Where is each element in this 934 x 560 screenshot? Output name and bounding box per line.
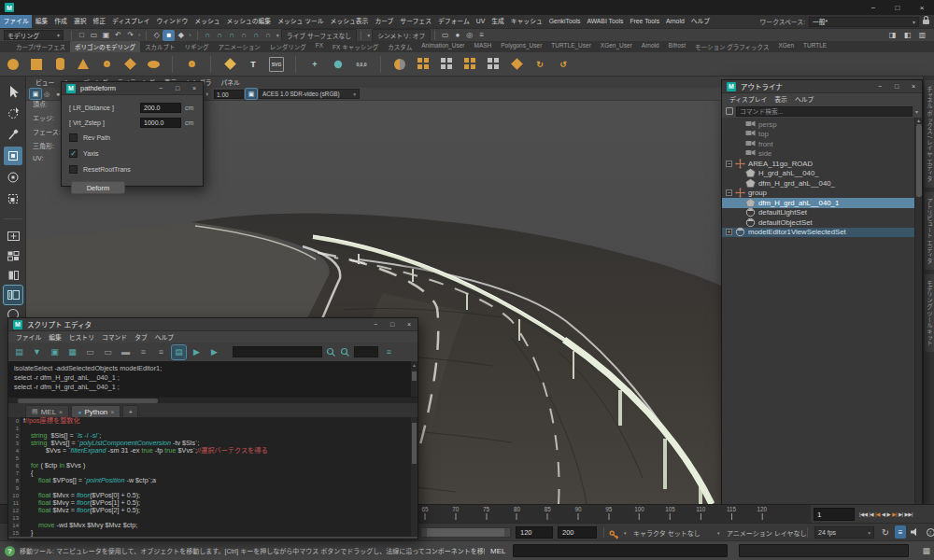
shelf-tab[interactable]: Arnold bbox=[637, 41, 664, 52]
menubar-item[interactable]: UV bbox=[473, 15, 488, 28]
menubar-item[interactable]: Free Tools bbox=[627, 15, 663, 28]
pathdeform-window[interactable]: M pathdeform − □ × [ LR_Distance ]200.0c… bbox=[61, 81, 204, 187]
filter-icon[interactable] bbox=[726, 107, 733, 115]
close-button[interactable]: × bbox=[401, 321, 417, 328]
command-line-mode-toggle[interactable]: MEL bbox=[490, 547, 505, 555]
shelf-tab[interactable]: アニメーション bbox=[214, 41, 265, 52]
menubar-item[interactable]: GenkiTools bbox=[545, 15, 584, 28]
suppress-output-icon[interactable]: ≡ bbox=[154, 345, 168, 359]
loop-mode-icon[interactable]: ↻ bbox=[880, 525, 891, 539]
script-editor-menu-item[interactable]: タブ bbox=[131, 332, 151, 342]
menubar-item[interactable]: ファイル bbox=[0, 15, 32, 28]
sound-icon[interactable] bbox=[910, 525, 921, 539]
menubar-item[interactable]: 選択 bbox=[70, 15, 90, 28]
scroll-thumb[interactable] bbox=[916, 124, 922, 197]
separate-icon[interactable] bbox=[439, 57, 454, 72]
outliner-item[interactable]: −group bbox=[722, 189, 922, 199]
maximize-button[interactable]: □ bbox=[888, 83, 905, 90]
clear-input-icon[interactable]: ▭ bbox=[83, 345, 97, 359]
shelf-tab[interactable]: カスタム bbox=[383, 41, 417, 52]
step-back-key-button[interactable]: |◀ bbox=[875, 511, 880, 517]
step-forward-key-button[interactable]: ▶| bbox=[892, 511, 897, 517]
goto-line-field[interactable] bbox=[354, 346, 378, 357]
outliner-item[interactable]: H_grd_ahL__040_ bbox=[722, 169, 922, 179]
script-editor-titlebar[interactable]: M スクリプト エディタ − □ × bbox=[8, 318, 417, 331]
checkbox[interactable]: ✓ bbox=[69, 149, 78, 158]
outliner-menu-item[interactable]: ヘルプ bbox=[791, 94, 817, 104]
menubar-item[interactable]: キャッシュ bbox=[507, 15, 545, 28]
character-set-selector[interactable]: キャラクタ セットなし bbox=[633, 528, 700, 538]
isolate-select-icon[interactable]: ▣ bbox=[30, 89, 41, 99]
range-slider-handle[interactable] bbox=[420, 527, 511, 538]
snap-point-icon[interactable]: ∩ bbox=[226, 30, 238, 41]
make-live-icon[interactable] bbox=[331, 57, 346, 72]
step-back-frame-button[interactable]: |◀ bbox=[869, 511, 873, 517]
shelf-tab[interactable]: モーション グラフィックス bbox=[690, 41, 773, 52]
select-component-icon[interactable]: ◆ bbox=[175, 30, 187, 41]
mirror-icon[interactable] bbox=[392, 57, 407, 72]
menubar-item[interactable]: サーフェス bbox=[397, 15, 435, 28]
layout-single-pane-button[interactable] bbox=[4, 227, 22, 245]
minimize-button[interactable]: − bbox=[367, 321, 384, 328]
poly-plane-icon[interactable] bbox=[122, 57, 137, 72]
move-tool[interactable] bbox=[4, 147, 22, 165]
construction-plane-icon[interactable]: + bbox=[307, 57, 322, 72]
viewport-menu-item[interactable]: ビュー bbox=[31, 77, 59, 87]
script-history-pane[interactable]: ▲ isolateSelect -addSelectedObjects mode… bbox=[8, 361, 417, 397]
new-scene-icon[interactable]: □ bbox=[76, 30, 88, 41]
pathdeform-titlebar[interactable]: M pathdeform − □ × bbox=[62, 82, 203, 95]
shelf-tab[interactable]: FX キャッシング bbox=[328, 41, 383, 52]
platonic-solid-icon[interactable] bbox=[184, 57, 199, 72]
outliner-item[interactable]: dfm_H_grd_ahL__040_ bbox=[722, 178, 922, 189]
live-surface-field[interactable]: ライブ サーフェスなし bbox=[281, 29, 357, 42]
execute-icon[interactable]: ▶ bbox=[190, 345, 204, 359]
command-input[interactable] bbox=[513, 544, 728, 557]
select-object-icon[interactable]: ■ bbox=[163, 30, 175, 41]
indent-settings-icon[interactable]: ≡ bbox=[382, 345, 396, 359]
poly-cylinder-icon[interactable] bbox=[52, 57, 67, 72]
anim-layer-selector[interactable]: アニメーション レイヤなし bbox=[727, 528, 806, 538]
shelf-tab[interactable]: TURTLE bbox=[799, 41, 831, 52]
smooth-icon[interactable] bbox=[486, 57, 501, 72]
search-input[interactable] bbox=[736, 106, 913, 117]
checkbox[interactable] bbox=[69, 165, 78, 174]
color-management-icon[interactable]: ▣ bbox=[246, 89, 257, 99]
grid-toggle-icon[interactable]: ▦ bbox=[922, 546, 930, 555]
go-to-start-button[interactable]: |◀◀ bbox=[859, 511, 867, 517]
sidebar-tool-settings-icon[interactable]: ▥ bbox=[916, 30, 928, 41]
sidebar-channel-box-icon[interactable]: ◨ bbox=[886, 30, 899, 41]
horizontal-scrollbar[interactable] bbox=[8, 397, 417, 403]
poly-cube-icon[interactable] bbox=[29, 57, 44, 72]
save-to-shelf-icon[interactable]: ▦ bbox=[65, 345, 79, 359]
script-editor-menu-item[interactable]: ファイル bbox=[12, 332, 45, 342]
render-settings-icon[interactable]: ≡ bbox=[475, 30, 488, 41]
menubar-item[interactable]: 生成 bbox=[488, 15, 508, 28]
sidebar-attribute-editor-icon[interactable]: ◧ bbox=[901, 30, 913, 41]
close-button[interactable]: × bbox=[905, 83, 922, 90]
group-collapse-icon[interactable]: › bbox=[189, 32, 191, 38]
outliner-item[interactable]: front bbox=[722, 139, 922, 149]
script-editor-menu-item[interactable]: ヒストリ bbox=[65, 332, 98, 342]
save-scene-icon[interactable]: ▣ bbox=[100, 30, 112, 41]
menubar-item[interactable]: 作成 bbox=[51, 15, 71, 28]
clear-history-icon[interactable]: ▭ bbox=[101, 345, 115, 359]
shelf-tab[interactable]: レンダリング bbox=[265, 41, 311, 52]
select-tool[interactable] bbox=[4, 82, 22, 101]
menubar-item[interactable]: デフォーム bbox=[434, 15, 473, 28]
script-editor-menu-item[interactable]: ヘルプ bbox=[151, 332, 177, 342]
outliner-item[interactable]: top bbox=[722, 130, 922, 140]
shelf-tab[interactable]: カーブ/サーフェス bbox=[11, 41, 70, 52]
playback-options-icon[interactable]: ≡ bbox=[895, 525, 906, 539]
echo-commands-icon[interactable]: ≡ bbox=[136, 345, 150, 359]
script-input-pane[interactable]: 0f//pos座標を整数化12 string $Sls[] = `ls -l -… bbox=[8, 417, 417, 537]
select-hierarchy-icon[interactable]: ◇ bbox=[150, 30, 163, 41]
type-tool-icon[interactable]: T bbox=[246, 57, 261, 72]
undo-icon[interactable]: ↶ bbox=[112, 30, 124, 41]
menubar-item[interactable]: メッシュ表示 bbox=[327, 15, 372, 28]
search-down-icon[interactable] bbox=[326, 347, 336, 357]
snap-projected-center-icon[interactable]: ∩ bbox=[238, 30, 250, 41]
scroll-thumb[interactable] bbox=[412, 371, 417, 381]
checkbox[interactable] bbox=[69, 133, 78, 142]
script-tab-python[interactable]: ●Python× bbox=[71, 405, 120, 417]
combine-icon[interactable] bbox=[416, 57, 431, 72]
